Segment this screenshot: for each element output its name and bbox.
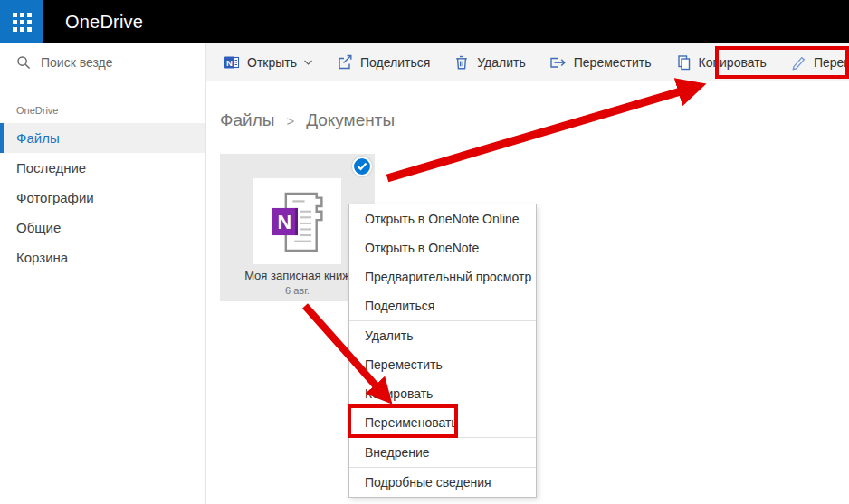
svg-text:N: N [277, 210, 291, 233]
toolbar-share-button[interactable]: Поделиться [325, 43, 442, 81]
toolbar-rename-label: Переименовать [814, 55, 849, 70]
toolbar-delete-label: Удалить [477, 55, 525, 70]
annotation-arrow-to-toolbar-rename [387, 91, 681, 178]
svg-text:N: N [226, 58, 233, 68]
share-icon [337, 54, 353, 71]
context-menu-group-embed: Внедрение [349, 437, 536, 467]
menu-item-rename[interactable]: Переименовать [349, 408, 536, 437]
context-menu-group-edit: Удалить Переместить Копировать Переимено… [349, 320, 536, 437]
toolbar-open-label: Открыть [247, 55, 297, 70]
pencil-icon [790, 54, 806, 71]
toolbar-copy-button[interactable]: Копировать [663, 43, 778, 81]
chevron-down-icon[interactable] [303, 59, 313, 66]
trash-icon [453, 54, 470, 71]
menu-item-preview[interactable]: Предварительный просмотр [349, 262, 536, 291]
sidebar-nav: Файлы Последние Фотографии Общие Корзина [0, 123, 205, 272]
search-input[interactable]: Поиск везде [9, 43, 180, 81]
sidebar-item-files[interactable]: Файлы [0, 123, 205, 153]
selected-checkmark-icon[interactable] [352, 157, 372, 176]
toolbar-copy-label: Копировать [699, 55, 767, 70]
sidebar-item-recycle-bin[interactable]: Корзина [0, 242, 205, 272]
breadcrumb-documents[interactable]: Документы [306, 110, 395, 130]
toolbar-delete-button[interactable]: Удалить [442, 43, 537, 81]
sidebar-section-label: OneDrive [16, 105, 205, 116]
menu-item-embed[interactable]: Внедрение [349, 438, 536, 467]
waffle-icon [13, 13, 32, 32]
menu-item-delete[interactable]: Удалить [349, 321, 536, 350]
menu-item-open-onenote-online[interactable]: Открыть в OneNote Online [349, 204, 536, 233]
sidebar-item-shared[interactable]: Общие [0, 213, 205, 242]
breadcrumb-files[interactable]: Файлы [220, 110, 274, 130]
app-title: OneDrive [65, 12, 143, 33]
onenote-icon: N [224, 54, 240, 71]
breadcrumb: Файлы > Документы [220, 110, 395, 130]
menu-item-open-onenote[interactable]: Открыть в OneNote [349, 233, 536, 262]
toolbar-rename-button[interactable]: Переименовать [778, 43, 849, 81]
sidebar-item-recent[interactable]: Последние [0, 153, 205, 183]
search-placeholder: Поиск везде [41, 55, 113, 70]
top-bar: OneDrive [0, 0, 849, 43]
move-icon [549, 54, 567, 71]
app-launcher-button[interactable] [0, 0, 43, 43]
onedrive-app: OneDrive Поиск везде OneDrive Файлы Посл… [0, 0, 849, 504]
toolbar-move-label: Переместить [574, 55, 652, 70]
toolbar-open-button[interactable]: N Открыть [212, 43, 325, 81]
menu-item-share[interactable]: Поделиться [349, 291, 536, 320]
breadcrumb-separator: > [286, 113, 294, 128]
toolbar-share-label: Поделиться [360, 55, 430, 70]
menu-item-move[interactable]: Переместить [349, 350, 536, 379]
context-menu: Открыть в OneNote Online Открыть в OneNo… [348, 204, 537, 498]
menu-item-copy[interactable]: Копировать [349, 379, 536, 408]
onenote-notebook-icon: N [253, 178, 341, 264]
sidebar: Поиск везде OneDrive Файлы Последние Фот… [0, 43, 206, 504]
command-toolbar: N Открыть Поделиться [206, 43, 849, 81]
search-icon [16, 55, 31, 70]
sidebar-item-photos[interactable]: Фотографии [0, 183, 205, 213]
toolbar-move-button[interactable]: Переместить [538, 43, 663, 81]
menu-item-details[interactable]: Подробные сведения [349, 468, 536, 497]
context-menu-group-open: Открыть в OneNote Online Открыть в OneNo… [349, 204, 536, 320]
copy-icon [675, 54, 692, 71]
context-menu-group-details: Подробные сведения [349, 467, 536, 497]
